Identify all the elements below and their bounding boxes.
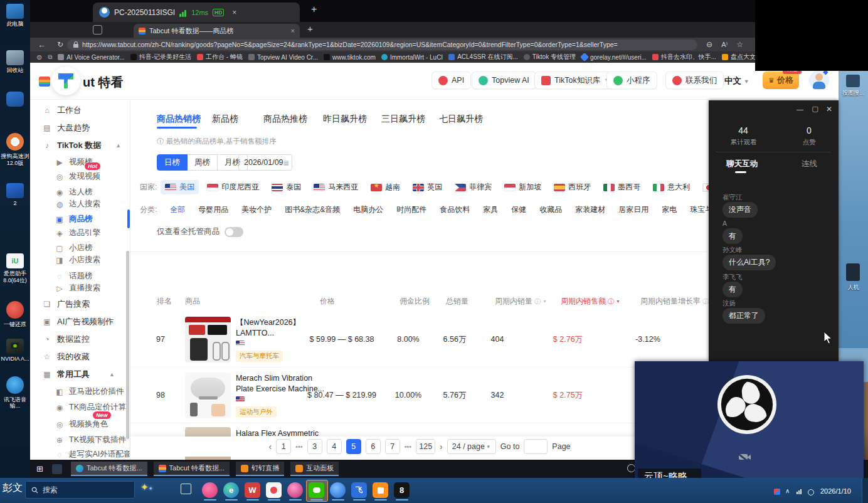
page-4[interactable]: 4: [327, 439, 342, 454]
sidebar-item-discover-video[interactable]: ◎发现视频: [55, 171, 100, 182]
favorite-star-icon[interactable]: ☆: [736, 40, 743, 49]
zoom-out-icon[interactable]: ⊖: [706, 40, 712, 49]
sidebar-item-data-monitor[interactable]: ◔数据监控: [43, 334, 90, 345]
category-item[interactable]: 母婴用品: [198, 204, 228, 215]
bookmark-item[interactable]: www.tiktok.com: [324, 54, 376, 61]
category-item[interactable]: 居家日用: [618, 204, 648, 215]
country-us[interactable]: 美国: [161, 180, 199, 194]
docs-app-icon[interactable]: 飞: [351, 482, 367, 498]
bookmark-item[interactable]: ImmortalWrt - LuCI: [381, 54, 443, 61]
i4-assistant-icon[interactable]: iU: [6, 253, 24, 268]
sidebar-item-favorites[interactable]: ☆我的收藏: [43, 351, 90, 363]
bookmark-folder-icon[interactable]: ⧉: [48, 53, 52, 61]
wechat-app-icon[interactable]: [309, 482, 324, 498]
period-weekly[interactable]: 周榜: [188, 154, 218, 171]
prev-page-icon[interactable]: ‹: [268, 442, 272, 452]
sidebar-item-creator-search[interactable]: ◍达人搜索: [55, 199, 100, 209]
browser-tab[interactable]: Tabcut 特看数据——商品榜 ×: [134, 24, 300, 38]
tray-expand-icon[interactable]: ∧: [785, 487, 790, 494]
country-my[interactable]: 马来西亚: [309, 180, 363, 194]
page-size-select[interactable]: 24 / page▼: [447, 439, 496, 454]
new-session-tab-icon[interactable]: +: [311, 4, 317, 15]
sidebar-item-product-engine[interactable]: ◈选品引擎: [55, 228, 100, 238]
tab-new-product[interactable]: 新品榜: [212, 114, 238, 125]
task-view-icon[interactable]: [181, 484, 191, 494]
tab-yesterday-rise[interactable]: 昨日飙升榜: [323, 114, 367, 125]
close-session-tab-icon[interactable]: ×: [232, 8, 236, 17]
volume-icon[interactable]: [808, 489, 814, 495]
language-selector[interactable]: 中文 ▼: [724, 75, 749, 87]
nav-topview-button[interactable]: Topview AI: [472, 71, 536, 89]
nav-miniprogram-button[interactable]: 小程序: [606, 71, 657, 89]
sidebar-item-video-download[interactable]: ⊕TK视频下载插件: [55, 435, 126, 445]
remote-start-icon[interactable]: ⊞: [36, 464, 43, 474]
sogou-browser-icon[interactable]: [6, 133, 24, 151]
country-th[interactable]: 泰国: [267, 180, 305, 194]
category-item[interactable]: 电脑办公: [353, 204, 383, 215]
category-item[interactable]: 收藏品: [539, 204, 562, 215]
nav-knowledge-button[interactable]: TikTok知识库▼: [534, 71, 617, 89]
chat-message[interactable]: 什么Ai工具?: [722, 255, 776, 270]
category-item[interactable]: 时尚配件: [396, 204, 426, 215]
pricing-button[interactable]: ♛价格: [763, 71, 799, 89]
col-period-amount[interactable]: 周期内销售额ⓘ▼: [561, 296, 620, 307]
country-gb[interactable]: 英国: [408, 180, 447, 194]
new-tab-icon[interactable]: +: [307, 23, 313, 34]
tab-7day-rise[interactable]: 七日飙升榜: [439, 114, 483, 125]
category-item[interactable]: 家电: [662, 204, 677, 215]
assistant-app-icon[interactable]: [266, 482, 282, 498]
category-item[interactable]: 食品饮料: [440, 204, 470, 215]
word-app-icon[interactable]: W: [245, 482, 260, 498]
tab-actions-icon[interactable]: [93, 25, 102, 34]
sidebar-item-creator-rank[interactable]: ◉达人榜: [55, 187, 93, 198]
col-period-sales[interactable]: 周期内销量ⓘ▼: [495, 296, 547, 307]
category-item[interactable]: 家具: [483, 204, 498, 215]
goto-page-input[interactable]: [524, 439, 548, 454]
tray-clock[interactable]: 2026/1/10: [820, 487, 851, 495]
recorder-app-icon[interactable]: [373, 482, 388, 498]
sidebar-item-video-swap[interactable]: ◎视频换角色: [55, 419, 109, 430]
my-computer-icon[interactable]: [6, 4, 24, 19]
sidebar-item-pricing-calc[interactable]: ◉TK商品定价计算: [55, 402, 126, 413]
numbered-icon[interactable]: [6, 183, 24, 198]
recycle-bin-icon[interactable]: [6, 50, 24, 65]
chat-message[interactable]: 有: [722, 282, 743, 297]
restore-tool-icon[interactable]: [6, 301, 24, 319]
close-icon[interactable]: ✕: [826, 105, 832, 114]
category-item[interactable]: 家装建材: [575, 204, 605, 215]
refresh-icon[interactable]: ↻: [57, 40, 63, 49]
remote-task-dingtalk-live[interactable]: 钉钉直播: [236, 462, 284, 476]
period-daily[interactable]: 日榜: [157, 154, 188, 171]
page-5-current[interactable]: 5: [346, 439, 361, 454]
sidebar-item-ai-dubbing[interactable]: ◌超写实AI外语配音▼: [55, 449, 141, 460]
col-growth[interactable]: 周期内销量增长率ⓘ▼: [640, 296, 715, 307]
tab-3day-rise[interactable]: 三日飙升榜: [381, 114, 425, 125]
sidebar-item-live-search[interactable]: ▷直播搜索: [55, 283, 100, 294]
remote-task-interactive-panel[interactable]: 互动面板: [290, 462, 339, 476]
nav-api-button[interactable]: API: [431, 71, 471, 89]
remote-task-edge-tabcut[interactable]: Tabcut 特看数据...: [71, 462, 147, 476]
tab-connect[interactable]: 连线: [802, 159, 817, 169]
page-7[interactable]: 7: [385, 439, 400, 454]
page-6[interactable]: 6: [366, 439, 381, 454]
notification-center-button[interactable]: [862, 478, 868, 503]
sidebar-item-topic-rank[interactable]: ◌话题榜: [55, 271, 93, 282]
clip-app-icon[interactable]: [202, 482, 218, 498]
chat-message[interactable]: 有: [722, 228, 743, 244]
sort-caret-icon[interactable]: ▼: [542, 299, 547, 304]
remote-desktop-icon[interactable]: [846, 263, 860, 281]
bookmark-item[interactable]: Topview AI Video Cr...: [248, 54, 318, 61]
country-sg[interactable]: 新加坡: [500, 180, 546, 194]
maximize-icon[interactable]: ▢: [812, 105, 818, 113]
nav-contact-button[interactable]: 联系我们: [665, 71, 724, 89]
bookmark-item[interactable]: 工作台 - 蝉镜: [197, 53, 243, 61]
page-ellipsis[interactable]: •••: [295, 443, 303, 450]
remote-task-tabcut[interactable]: Tabcut 特看数据...: [154, 462, 230, 476]
sidebar-group-tiktok-data[interactable]: ♪TikTok 数据▲: [43, 140, 121, 151]
media-app-icon[interactable]: [287, 482, 303, 498]
country-id[interactable]: 印度尼西亚: [203, 180, 263, 194]
sort-caret-icon[interactable]: ▼: [616, 299, 620, 304]
sidebar-item-amazon-plugin[interactable]: ◧亚马逊比价插件: [55, 386, 124, 397]
country-it[interactable]: 意大利: [648, 180, 694, 194]
host-search-box[interactable]: 搜索: [25, 481, 135, 499]
